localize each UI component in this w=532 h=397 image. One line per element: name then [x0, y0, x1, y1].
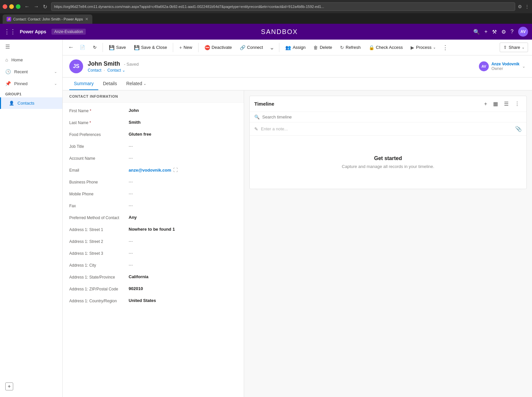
- owner-chevron-icon[interactable]: ⌄: [522, 64, 525, 69]
- address-bar[interactable]: https://org96d27e84.crm11.dynamics.com/m…: [51, 2, 515, 11]
- active-tab[interactable]: Contact: Contact: John Smith - Power App…: [3, 15, 92, 24]
- waffle-menu-icon[interactable]: ⋮⋮: [4, 28, 16, 35]
- business-phone-value[interactable]: ---: [129, 179, 237, 184]
- breadcrumb-entity2[interactable]: Contact: [107, 68, 121, 73]
- contact-info-panel: CONTACT INFORMATION First Name John Last…: [63, 90, 244, 397]
- street2-value[interactable]: ---: [129, 239, 237, 244]
- save-btn[interactable]: 💾 Save: [106, 43, 129, 52]
- more-commands-dropdown[interactable]: ⌄: [267, 43, 276, 52]
- share-btn[interactable]: ⇧ Share ⌄: [500, 43, 528, 52]
- tab-summary[interactable]: Summary: [69, 78, 98, 90]
- save-close-btn[interactable]: 💾 Save & Close: [131, 43, 171, 52]
- breadcrumb-dropdown-icon[interactable]: ⌄: [122, 68, 125, 73]
- timeline-view-btn[interactable]: ☰: [502, 99, 511, 108]
- account-name-value[interactable]: ---: [129, 155, 237, 160]
- timeline-filter-btn[interactable]: ▦: [491, 99, 500, 108]
- form-fields: First Name John Last Name Smith Food Pre…: [63, 103, 244, 310]
- deactivate-btn[interactable]: ⛔ Deactivate: [201, 43, 235, 52]
- forward-button[interactable]: →: [32, 3, 40, 10]
- owner-block: AV Anze Vodovnik Owner ⌄: [479, 61, 525, 71]
- owner-name[interactable]: Anze Vodovnik: [491, 62, 519, 66]
- sandbox-title: SANDBOX: [261, 28, 298, 36]
- tab-favicon: [7, 17, 11, 21]
- timeline-more-btn[interactable]: ⋮: [513, 99, 522, 108]
- job-title-value[interactable]: ---: [129, 144, 237, 149]
- settings-icon[interactable]: ⚙: [501, 29, 506, 35]
- search-icon[interactable]: 🔍: [473, 29, 480, 35]
- add-icon[interactable]: +: [485, 29, 487, 35]
- city-value[interactable]: ---: [129, 262, 237, 267]
- home-icon: ⌂: [5, 57, 8, 62]
- new-btn[interactable]: + New: [176, 43, 195, 52]
- country-value[interactable]: United States: [129, 298, 237, 303]
- last-name-value[interactable]: Smith: [129, 120, 237, 125]
- email-value[interactable]: anze@vodovnik.com: [129, 168, 171, 173]
- refresh-small-btn[interactable]: ↻: [90, 43, 100, 52]
- zip-label: Address 1: ZIP/Postal Code: [69, 286, 129, 291]
- overflow-menu-btn[interactable]: ⋮: [440, 43, 450, 52]
- state-value[interactable]: California: [129, 274, 237, 279]
- business-phone-label: Business Phone: [69, 179, 129, 184]
- extensions-btn[interactable]: ⚙: [518, 4, 522, 9]
- breadcrumb-entity1[interactable]: Contact: [88, 68, 101, 73]
- field-row-state: Address 1: State/Province California: [63, 272, 244, 283]
- first-name-label: First Name: [69, 108, 129, 113]
- check-access-icon: 🔒: [369, 45, 374, 50]
- menu-btn[interactable]: ⋮: [525, 4, 529, 9]
- main-layout: ☰ ⌂ Home 🕓 Recent ⌄ 📌 Pinned ⌄ Group1: [0, 40, 532, 397]
- timeline-add-btn[interactable]: +: [482, 100, 489, 108]
- email-copy-icon[interactable]: ⛶: [173, 167, 178, 173]
- assign-label: Assign: [293, 45, 305, 50]
- tab-close-btn[interactable]: ✕: [85, 17, 88, 21]
- sidebar-bottom-controls: +: [5, 382, 13, 390]
- zip-value[interactable]: 902010: [129, 286, 237, 291]
- url-text: https://org96d27e84.crm11.dynamics.com/m…: [54, 5, 324, 9]
- close-window-btn[interactable]: [3, 4, 7, 9]
- breadcrumb-sep1: ·: [104, 68, 105, 73]
- tab-related[interactable]: Related ⌄: [122, 78, 151, 90]
- connect-btn[interactable]: 🔗 Connect: [236, 43, 266, 52]
- sidebar-item-contacts[interactable]: 👤 Contacts: [0, 97, 62, 109]
- mobile-phone-value[interactable]: ---: [129, 191, 237, 196]
- timeline-search-input[interactable]: [262, 115, 522, 119]
- sidebar-item-pinned[interactable]: 📌 Pinned ⌄: [0, 78, 62, 89]
- street3-value[interactable]: ---: [129, 250, 237, 255]
- browser-tab-bar: Contact: Contact: John Smith - Power App…: [0, 13, 532, 24]
- note-attach-icon[interactable]: 📎: [515, 126, 522, 132]
- back-button[interactable]: ←: [23, 3, 31, 10]
- note-entry-area: ✎ Enter a note... 📎: [250, 122, 526, 136]
- field-row-last-name: Last Name Smith: [63, 117, 244, 129]
- first-name-value[interactable]: John: [129, 108, 237, 113]
- recent-chevron-icon: ⌄: [54, 70, 57, 74]
- share-icon: ⇧: [503, 45, 507, 50]
- sitemap-btn[interactable]: 📄: [77, 43, 88, 52]
- sidebar-item-home[interactable]: ⌂ Home: [0, 54, 62, 66]
- food-preferences-value[interactable]: Gluten free: [129, 132, 237, 137]
- connect-icon: 🔗: [240, 45, 245, 50]
- help-icon[interactable]: ?: [511, 29, 514, 35]
- process-btn[interactable]: ▶ Process ⌄: [407, 43, 439, 52]
- field-row-city: Address 1: City ---: [63, 260, 244, 272]
- back-nav-btn[interactable]: ←: [67, 43, 75, 51]
- street1-value[interactable]: Nowhere to be found 1: [129, 227, 237, 232]
- user-avatar[interactable]: AV: [518, 27, 528, 37]
- tab-details[interactable]: Details: [98, 78, 122, 90]
- minimize-window-btn[interactable]: [9, 4, 14, 9]
- sidebar-toggle-btn[interactable]: ☰: [0, 40, 62, 54]
- delete-btn[interactable]: 🗑 Delete: [310, 43, 335, 52]
- top-navigation: ⋮⋮ Power Apps Anze-Evaluation SANDBOX 🔍 …: [0, 24, 532, 40]
- sidebar-item-recent[interactable]: 🕓 Recent ⌄: [0, 66, 62, 78]
- save-close-label: Save & Close: [141, 45, 167, 50]
- nav-right-controls: 🔍 + ⚒ ⚙ ? AV: [473, 27, 528, 37]
- maximize-window-btn[interactable]: [16, 4, 20, 9]
- reload-button[interactable]: ↻: [42, 3, 48, 11]
- add-sidebar-btn[interactable]: +: [5, 382, 13, 390]
- refresh-btn[interactable]: ↻ Refresh: [337, 43, 364, 52]
- filter-icon[interactable]: ⚒: [492, 29, 497, 35]
- note-placeholder-text[interactable]: Enter a note...: [261, 126, 513, 131]
- assign-btn[interactable]: 👥 Assign: [282, 43, 309, 52]
- preferred-contact-value[interactable]: Any: [129, 215, 237, 220]
- fax-value[interactable]: ---: [129, 203, 237, 208]
- check-access-btn[interactable]: 🔒 Check Access: [365, 43, 406, 52]
- owner-avatar: AV: [479, 61, 489, 71]
